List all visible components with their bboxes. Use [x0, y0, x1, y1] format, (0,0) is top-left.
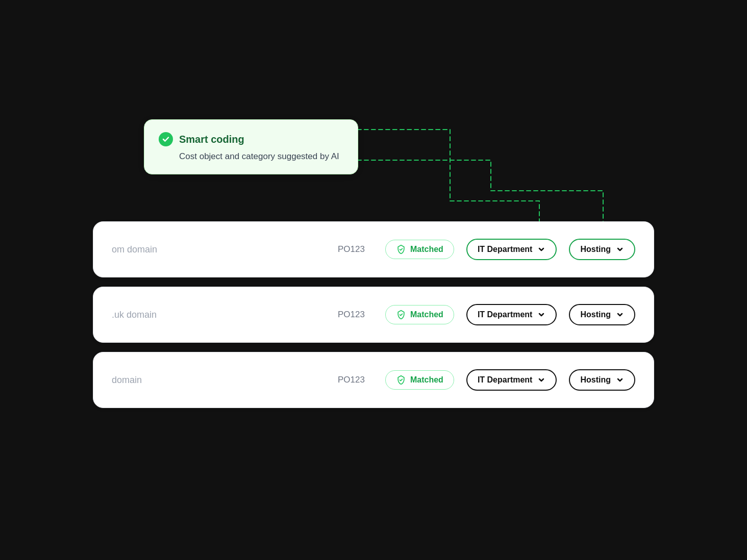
- dept-label: IT Department: [478, 375, 533, 385]
- tooltip-title: Smart coding: [179, 134, 244, 145]
- chevron-down-icon: [537, 245, 545, 253]
- matched-text: Matched: [410, 375, 443, 385]
- chevron-down-icon: [616, 376, 624, 384]
- table-row: om domain PO123 Matched IT Department Ho…: [93, 221, 654, 277]
- row-po: PO123: [338, 244, 365, 254]
- check-circle-icon: [159, 132, 173, 146]
- hosting-dropdown[interactable]: Hosting: [569, 239, 635, 260]
- scene: Smart coding Cost object and category su…: [93, 89, 654, 471]
- dept-label: IT Department: [478, 310, 533, 319]
- shield-check-icon: [396, 310, 406, 320]
- chevron-down-icon: [537, 311, 545, 319]
- chevron-down-icon: [616, 245, 624, 253]
- table-row: .uk domain PO123 Matched IT Department H…: [93, 287, 654, 343]
- rows-container: om domain PO123 Matched IT Department Ho…: [93, 221, 654, 408]
- matched-badge: Matched: [385, 305, 454, 324]
- chevron-down-icon: [616, 311, 624, 319]
- matched-text: Matched: [410, 310, 443, 319]
- matched-badge: Matched: [385, 240, 454, 259]
- tooltip-header: Smart coding: [159, 132, 339, 146]
- row-domain: domain: [112, 375, 142, 386]
- dept-label: IT Department: [478, 245, 533, 254]
- row-po: PO123: [338, 310, 365, 320]
- hosting-dropdown[interactable]: Hosting: [569, 369, 635, 391]
- matched-badge: Matched: [385, 370, 454, 390]
- dept-dropdown[interactable]: IT Department: [466, 369, 557, 391]
- hosting-label: Hosting: [580, 375, 611, 385]
- row-domain: .uk domain: [112, 310, 157, 320]
- hosting-dropdown[interactable]: Hosting: [569, 304, 635, 325]
- dept-dropdown[interactable]: IT Department: [466, 304, 557, 325]
- tooltip-subtitle: Cost object and category suggested by AI: [179, 151, 339, 162]
- shield-check-icon: [396, 375, 406, 385]
- hosting-label: Hosting: [580, 310, 611, 319]
- dept-dropdown[interactable]: IT Department: [466, 239, 557, 260]
- row-po: PO123: [338, 375, 365, 385]
- shield-check-icon: [396, 244, 406, 254]
- smart-coding-tooltip: Smart coding Cost object and category su…: [144, 119, 358, 174]
- row-domain: om domain: [112, 244, 157, 255]
- matched-text: Matched: [410, 245, 443, 254]
- hosting-label: Hosting: [580, 245, 611, 254]
- table-row: domain PO123 Matched IT Department Hosti…: [93, 352, 654, 408]
- chevron-down-icon: [537, 376, 545, 384]
